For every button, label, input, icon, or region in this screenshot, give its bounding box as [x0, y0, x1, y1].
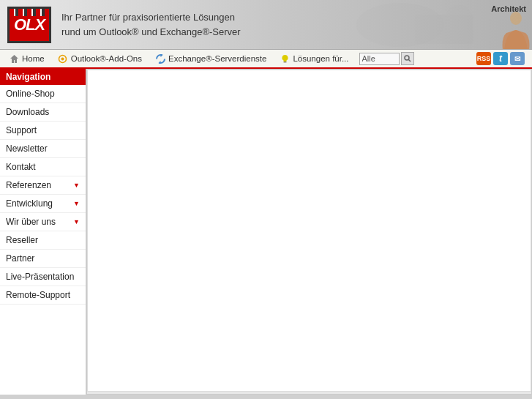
header: OLX Ihr Partner für praxisorientierte Lö…: [0, 0, 532, 50]
sidebar-item[interactable]: Live-Präsentation: [0, 268, 86, 286]
rss-icons: RSS t ✉: [476, 52, 529, 65]
email-button[interactable]: ✉: [510, 52, 525, 65]
chevron-down-icon: ▼: [73, 200, 80, 207]
nav-outlook-label: Outlook®-Add-Ons: [71, 54, 142, 63]
sidebar: Navigation Online-ShopDownloadsSupportNe…: [0, 69, 86, 395]
header-tagline: Ihr Partner für praxisorientierte Lösung…: [61, 10, 241, 39]
header-person: Architekt: [437, 0, 532, 50]
sidebar-header: Navigation: [0, 69, 86, 85]
sidebar-item-label: Downloads: [6, 107, 49, 117]
tagline-line1: Ihr Partner für praxisorientierte Lösung…: [61, 10, 241, 25]
navbar: Home Outlook®-Add-Ons Exchange®-Serverdi…: [0, 50, 532, 69]
nav-home-label: Home: [22, 54, 45, 63]
bulb-icon: [280, 53, 290, 64]
search-button[interactable]: [401, 52, 414, 65]
svg-point-3: [510, 12, 522, 25]
logo-text: OLX: [14, 15, 45, 34]
nav-item-exchange[interactable]: Exchange®-Serverdienste: [149, 51, 272, 66]
search-input[interactable]: [359, 53, 400, 65]
sidebar-item-label: Online-Shop: [6, 89, 55, 99]
sidebar-item[interactable]: Online-Shop: [0, 85, 86, 103]
svg-line-8: [408, 59, 411, 61]
sidebar-item-label: Entwicklung: [6, 198, 53, 209]
sidebar-item[interactable]: Kontakt: [0, 158, 86, 176]
sidebar-item-label: Referenzen: [6, 180, 51, 190]
search-area: [359, 52, 414, 65]
content-area: [86, 69, 532, 395]
sidebar-item-label: Partner: [6, 253, 34, 264]
rss-button[interactable]: RSS: [476, 52, 491, 65]
nav-item-home[interactable]: Home: [3, 51, 50, 66]
nav-exchange-label: Exchange®-Serverdienste: [168, 54, 266, 63]
sidebar-item[interactable]: Wir über uns▼: [0, 213, 86, 231]
sidebar-item[interactable]: Reseller: [0, 231, 86, 250]
main-layout: Navigation Online-ShopDownloadsSupportNe…: [0, 69, 532, 395]
home-icon: [9, 53, 19, 64]
tagline-line2: rund um Outlook® und Exchange®-Server: [61, 25, 241, 40]
sidebar-item-label: Remote-Support: [6, 290, 70, 300]
star-icon: [58, 53, 68, 64]
sidebar-item-label: Reseller: [6, 235, 38, 245]
sidebar-item[interactable]: Entwicklung▼: [0, 195, 86, 213]
twitter-button[interactable]: t: [493, 52, 508, 65]
sidebar-item-label: Support: [6, 125, 37, 135]
nav-item-outlook[interactable]: Outlook®-Add-Ons: [52, 51, 148, 66]
sidebar-item-label: Newsletter: [6, 143, 48, 154]
sidebar-item[interactable]: Remote-Support: [0, 286, 86, 305]
svg-point-5: [61, 57, 64, 60]
refresh-icon: [155, 53, 165, 64]
logo-stripe: [10, 9, 49, 16]
nav-item-solutions[interactable]: Lösungen für...: [274, 51, 354, 66]
chevron-down-icon: ▼: [73, 218, 80, 225]
rss-label: RSS: [477, 55, 491, 62]
sidebar-item-label: Wir über uns: [6, 217, 56, 227]
twitter-label: t: [499, 53, 502, 64]
sidebar-item-label: Kontakt: [6, 162, 36, 172]
sidebar-item[interactable]: Newsletter: [0, 140, 86, 158]
chevron-down-icon: ▼: [73, 182, 80, 189]
sidebar-items: Online-ShopDownloadsSupportNewsletterKon…: [0, 85, 86, 305]
nav-solutions-label: Lösungen für...: [293, 54, 348, 63]
content-inner: [87, 70, 531, 392]
svg-rect-6: [283, 61, 286, 63]
sidebar-item-label: Live-Präsentation: [6, 272, 74, 282]
person-silhouette: [488, 10, 532, 50]
sidebar-item[interactable]: Support: [0, 122, 86, 140]
sidebar-item[interactable]: Partner: [0, 250, 86, 268]
logo: OLX: [7, 7, 51, 43]
sidebar-item[interactable]: Referenzen▼: [0, 176, 86, 195]
svg-point-7: [405, 56, 409, 60]
sidebar-item[interactable]: Downloads: [0, 103, 86, 122]
